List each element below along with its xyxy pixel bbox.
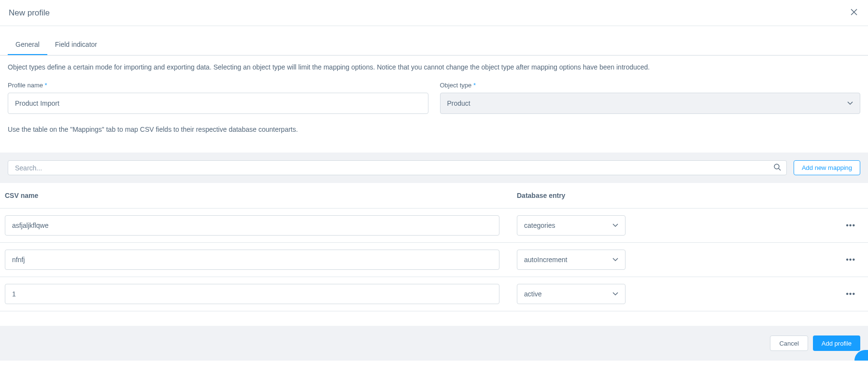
object-type-col: Object type * Product bbox=[440, 82, 861, 114]
csv-name-input[interactable] bbox=[5, 250, 499, 270]
tabs: General Field indicator bbox=[0, 35, 868, 56]
table-row: categories ••• bbox=[0, 209, 868, 243]
chevron-down-icon bbox=[612, 222, 618, 229]
csv-name-input[interactable] bbox=[5, 215, 499, 236]
db-entry-value: autoIncrement bbox=[524, 256, 568, 264]
column-actions bbox=[626, 192, 863, 199]
db-entry-select[interactable]: autoIncrement bbox=[517, 250, 626, 270]
search-icon bbox=[774, 164, 781, 172]
column-csv-name: CSV name bbox=[5, 192, 517, 199]
search-bar-area: Add new mapping bbox=[0, 153, 868, 183]
required-asterisk: * bbox=[473, 82, 476, 89]
corner-widget[interactable] bbox=[854, 350, 868, 361]
table-header: CSV name Database entry bbox=[0, 183, 868, 209]
tab-field-indicator[interactable]: Field indicator bbox=[47, 35, 105, 55]
add-mapping-button[interactable]: Add new mapping bbox=[794, 160, 860, 175]
row-actions-button[interactable]: ••• bbox=[843, 252, 858, 267]
chevron-down-icon bbox=[847, 100, 853, 107]
cancel-button[interactable]: Cancel bbox=[770, 335, 808, 351]
mappings-help-text: Use the table on the "Mappings" tab to m… bbox=[8, 126, 860, 145]
object-type-label-text: Object type bbox=[440, 82, 472, 89]
profile-name-input[interactable] bbox=[8, 93, 428, 114]
db-entry-value: categories bbox=[524, 222, 555, 229]
add-profile-button[interactable]: Add profile bbox=[813, 335, 860, 351]
db-entry-select[interactable]: active bbox=[517, 284, 626, 304]
object-type-value: Product bbox=[447, 99, 470, 107]
csv-name-input[interactable] bbox=[5, 284, 499, 304]
content-section: Object types define a certain mode for i… bbox=[0, 56, 868, 153]
object-type-select[interactable]: Product bbox=[440, 93, 861, 114]
dots-icon: ••• bbox=[846, 290, 855, 298]
profile-name-label-text: Profile name bbox=[8, 82, 43, 89]
dots-icon: ••• bbox=[846, 221, 855, 229]
object-type-label: Object type * bbox=[440, 82, 861, 89]
svg-point-0 bbox=[774, 164, 779, 169]
profile-name-col: Profile name * bbox=[8, 82, 428, 114]
form-row: Profile name * Object type * Product bbox=[8, 82, 860, 114]
dots-icon: ••• bbox=[846, 255, 855, 264]
search-input[interactable] bbox=[8, 160, 787, 175]
object-type-help-text: Object types define a certain mode for i… bbox=[8, 63, 860, 71]
row-actions-button[interactable]: ••• bbox=[843, 218, 858, 233]
profile-name-label: Profile name * bbox=[8, 82, 428, 89]
db-entry-value: active bbox=[524, 290, 542, 298]
chevron-down-icon bbox=[612, 291, 618, 297]
chevron-down-icon bbox=[612, 256, 618, 263]
row-actions-button[interactable]: ••• bbox=[843, 287, 858, 301]
close-button[interactable] bbox=[849, 6, 859, 20]
search-wrap bbox=[8, 160, 787, 175]
modal-header: New profile bbox=[0, 0, 868, 26]
table-row: active ••• bbox=[0, 277, 868, 311]
modal-title: New profile bbox=[9, 8, 50, 18]
modal-footer: Cancel Add profile bbox=[0, 326, 868, 361]
column-db-entry: Database entry bbox=[517, 192, 626, 199]
tab-general[interactable]: General bbox=[8, 35, 47, 55]
close-icon bbox=[851, 8, 857, 17]
db-entry-select[interactable]: categories bbox=[517, 215, 626, 236]
table-row: autoIncrement ••• bbox=[0, 243, 868, 277]
required-asterisk: * bbox=[45, 82, 47, 89]
